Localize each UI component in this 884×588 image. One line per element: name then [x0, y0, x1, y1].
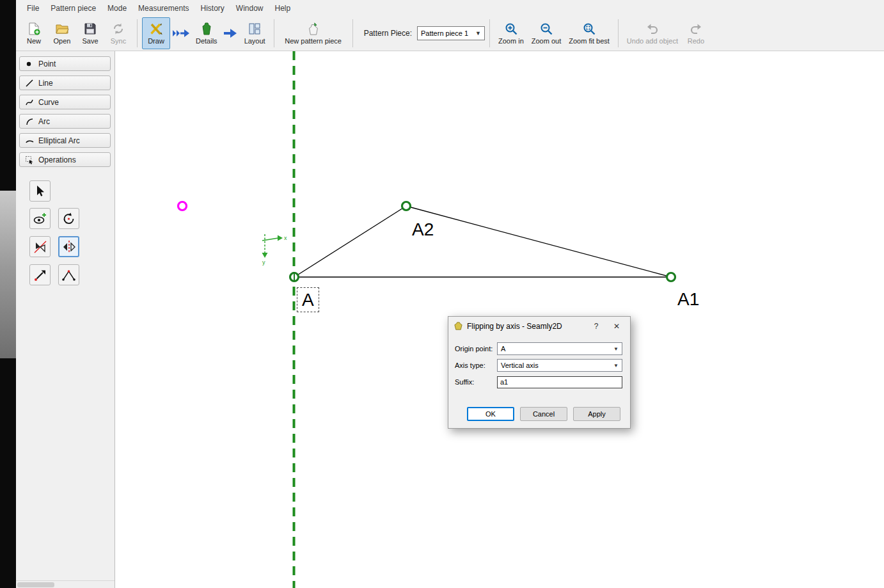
suffix-row: Suffix:: [455, 374, 622, 390]
main-toolbar: New Open Save Sync Draw Details: [16, 16, 884, 51]
zoom-in-button[interactable]: Zoom in: [494, 17, 528, 49]
origin-point-combobox[interactable]: A ▼: [497, 342, 622, 355]
dialog-titlebar[interactable]: Flipping by axis - Seamly2D ? ✕: [448, 317, 630, 335]
eye-plus-icon: [33, 211, 48, 226]
operations-icon: [25, 155, 34, 164]
zoom-fit-best-button[interactable]: Zoom fit best: [565, 17, 613, 49]
point-label-a1[interactable]: A1: [677, 290, 699, 308]
menu-mode[interactable]: Mode: [102, 2, 132, 15]
new-pattern-piece-label: New pattern piece: [285, 37, 342, 45]
flip-by-line-tool-button[interactable]: [29, 236, 51, 257]
axis-type-value: Vertical axis: [501, 362, 539, 369]
true-darts-tool-button[interactable]: [58, 264, 79, 285]
zoom-in-label: Zoom in: [498, 37, 524, 45]
toolbar-separator: [274, 19, 274, 47]
cancel-button[interactable]: Cancel: [520, 407, 567, 421]
apply-button[interactable]: Apply: [573, 407, 620, 421]
new-label: New: [27, 37, 41, 45]
menu-help[interactable]: Help: [269, 2, 297, 15]
group-visibility-tool-button[interactable]: [29, 208, 51, 229]
pattern-piece-combobox[interactable]: Pattern piece 1 ▼: [417, 26, 485, 40]
rotate-tool-button[interactable]: [58, 208, 79, 229]
sidebar-item-point[interactable]: Point: [19, 56, 111, 71]
menu-history[interactable]: History: [194, 2, 230, 15]
axis-type-combobox[interactable]: Vertical axis ▼: [497, 359, 622, 372]
menu-file[interactable]: File: [21, 2, 45, 15]
dialog-app-icon: [454, 321, 463, 331]
draw-label: Draw: [148, 37, 164, 45]
sidebar-item-operations[interactable]: Operations: [19, 152, 111, 167]
draw-mode-button[interactable]: Draw: [142, 17, 170, 49]
sync-arrows-icon: [111, 22, 125, 36]
details-mode-button[interactable]: Details: [192, 17, 221, 49]
zoom-fit-best-label: Zoom fit best: [569, 37, 610, 45]
point-label-a[interactable]: A: [297, 287, 319, 312]
layout-mode-button[interactable]: Layout: [241, 17, 269, 49]
curve-icon: [25, 98, 34, 107]
menu-pattern-piece[interactable]: Pattern piece: [45, 2, 102, 15]
flip-by-line-icon: [33, 239, 48, 255]
undo-arrow-icon: [645, 22, 659, 36]
sidebar-item-line[interactable]: Line: [19, 75, 111, 90]
menu-measurements[interactable]: Measurements: [132, 2, 194, 15]
sidebar-item-curve[interactable]: Curve: [19, 95, 111, 109]
dialog-help-button[interactable]: ?: [588, 319, 604, 333]
point-marker-a1[interactable]: [667, 273, 675, 282]
dialog-close-button[interactable]: ✕: [608, 319, 625, 333]
scrollbar-thumb[interactable]: [17, 582, 54, 587]
undo-button[interactable]: Undo add object: [623, 17, 682, 49]
toolbar-separator: [618, 19, 619, 47]
zoom-fit-best-icon: [582, 22, 596, 36]
chevron-down-icon: ▼: [613, 363, 619, 369]
tools-sidebar: Point Line Curve Arc Elliptical Arc Oper…: [16, 51, 115, 588]
pattern-piece-value: Pattern piece 1: [421, 29, 468, 37]
sync-button[interactable]: Sync: [104, 17, 132, 49]
details-garment-icon: [200, 22, 214, 36]
ok-button[interactable]: OK: [467, 407, 514, 421]
details-label: Details: [196, 37, 217, 45]
new-pattern-piece-button[interactable]: New pattern piece: [279, 17, 348, 49]
redo-button[interactable]: Redo: [682, 17, 710, 49]
sidebar-item-label: Curve: [38, 98, 59, 107]
svg-text:x: x: [284, 235, 287, 241]
sidebar-item-arc[interactable]: Arc: [19, 114, 111, 129]
zoom-out-button[interactable]: Zoom out: [528, 17, 565, 49]
flip-by-axis-tool-button[interactable]: [58, 236, 79, 257]
true-darts-icon: [61, 267, 77, 283]
chevron-down-icon: ▼: [613, 346, 619, 352]
dialog-title: Flipping by axis - Seamly2D: [467, 322, 584, 331]
cursor-arrow-icon: [33, 184, 48, 199]
new-pattern-piece-icon: [306, 22, 320, 36]
pattern-piece-label: Pattern Piece:: [364, 29, 412, 38]
save-button[interactable]: Save: [76, 17, 104, 49]
point-marker-a2[interactable]: [402, 202, 411, 211]
toolbox-scrollbar[interactable]: [16, 580, 114, 588]
move-tool-button[interactable]: [29, 264, 51, 285]
open-button[interactable]: Open: [48, 17, 76, 49]
suffix-input[interactable]: [497, 376, 622, 388]
desktop-photo-fragment: [0, 191, 16, 358]
elliptical-arc-icon: [25, 136, 34, 145]
sidebar-item-elliptical-arc[interactable]: Elliptical Arc: [19, 133, 111, 148]
menu-bar: File Pattern piece Mode Measurements His…: [16, 0, 884, 16]
axis-type-row: Axis type: Vertical axis ▼: [455, 357, 622, 374]
origin-point-row: Origin point: A ▼: [455, 340, 622, 357]
dialog-fields: Origin point: A ▼ Axis type: Vertical ax…: [448, 335, 630, 390]
flip-by-axis-icon: [61, 239, 77, 255]
axis-type-label: Axis type:: [455, 362, 497, 369]
undo-label: Undo add object: [627, 37, 678, 45]
save-label: Save: [82, 37, 98, 45]
zoom-out-label: Zoom out: [532, 37, 561, 45]
desktop-background-strip: [0, 0, 16, 588]
select-tool-button[interactable]: [29, 180, 51, 202]
svg-text:y: y: [262, 259, 265, 266]
point-label-a2[interactable]: A2: [412, 220, 434, 239]
new-button[interactable]: New: [20, 17, 48, 49]
layout-label: Layout: [244, 37, 265, 45]
sidebar-item-label: Point: [38, 60, 56, 68]
line-a2-a1: [406, 206, 671, 277]
line-a-a2: [294, 206, 406, 277]
sidebar-item-label: Elliptical Arc: [38, 136, 80, 145]
menu-window[interactable]: Window: [230, 2, 269, 15]
zoom-in-icon: [504, 22, 518, 36]
